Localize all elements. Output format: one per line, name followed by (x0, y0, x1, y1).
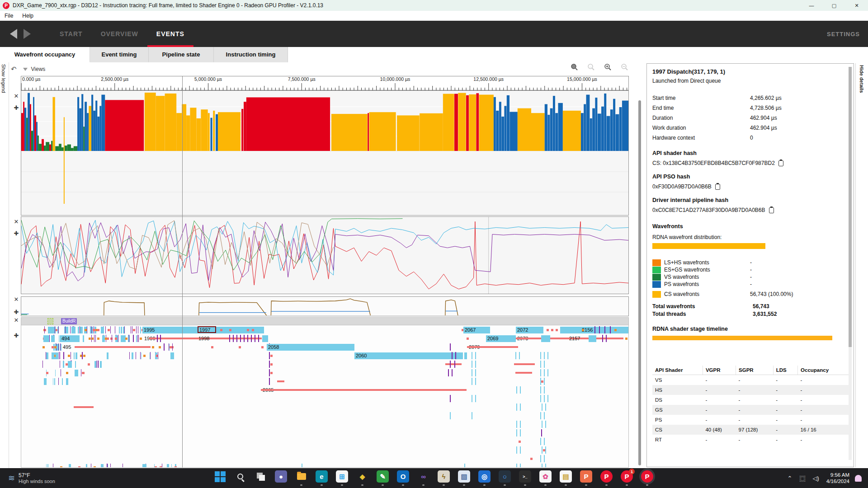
zoom-to-selection-icon[interactable] (571, 63, 578, 71)
col-occupancy[interactable]: Occupancy (798, 366, 849, 375)
chevron-down-icon[interactable] (23, 68, 28, 71)
store-icon[interactable]: ⊞ (336, 470, 348, 483)
event-bar[interactable] (589, 335, 596, 342)
close-view-icon[interactable]: ✕ (13, 316, 20, 324)
col-sgpr[interactable]: SGPR (736, 366, 774, 375)
network-icon[interactable]: ⿴ (799, 474, 805, 483)
event-buildr[interactable]: BuildR (61, 318, 77, 324)
copy-icon[interactable] (715, 184, 720, 190)
menu-help[interactable]: Help (18, 13, 38, 19)
wavefront-occupancy-chart[interactable] (21, 90, 629, 216)
event-bar-2069[interactable]: 2069 (486, 335, 516, 342)
forward-arrow-icon[interactable] (24, 29, 31, 39)
nav-item-settings[interactable]: SETTINGS (827, 31, 860, 38)
timeline-scrollbar[interactable] (638, 100, 641, 465)
volume-icon[interactable]: ◁) (813, 475, 819, 482)
col-api-shader[interactable]: API Shader (652, 366, 703, 375)
event-bar[interactable] (262, 335, 268, 342)
details-scrollbar[interactable] (849, 67, 852, 460)
event-label-495[interactable]: 495 (63, 344, 71, 351)
tab-event-timing[interactable]: Event timing (90, 47, 149, 62)
close-view-icon[interactable]: ✕ (13, 296, 20, 303)
copy-icon[interactable] (769, 207, 774, 213)
event-duration-line[interactable] (277, 380, 284, 382)
event-duration-line[interactable] (514, 363, 535, 365)
event-bar[interactable] (541, 335, 550, 342)
zoom-reset-icon[interactable]: ↔ (587, 63, 595, 71)
event-bar[interactable] (464, 352, 467, 359)
clock[interactable]: 9:56 AM 4/16/2024 (826, 472, 849, 484)
acceleration-structure-marker[interactable] (47, 318, 53, 324)
onenote-icon[interactable]: ✎ (377, 470, 389, 483)
counter-chart[interactable] (21, 296, 629, 316)
move-view-icon[interactable]: ✚ (13, 308, 20, 315)
minimize-button[interactable]: — (800, 0, 823, 11)
close-button[interactable]: ✕ (845, 0, 868, 11)
close-view-icon[interactable]: ✕ (13, 92, 20, 99)
menu-file[interactable]: File (0, 13, 18, 19)
undo-icon[interactable]: ↶ (11, 65, 17, 73)
move-view-icon[interactable]: ✚ (13, 332, 20, 339)
task-view-icon[interactable] (255, 470, 267, 483)
maximize-button[interactable]: ▢ (823, 0, 845, 11)
hide-details-strip[interactable]: Hide details (855, 63, 868, 467)
tray-expand-icon[interactable]: ⌃ (788, 475, 793, 482)
terminal-icon[interactable]: >_ (519, 470, 531, 483)
weather-widget[interactable]: ≋ 57°F High winds soon (8, 472, 55, 484)
event-duration-line[interactable] (515, 372, 532, 374)
selected-event-1997[interactable]: 1997 (198, 326, 216, 333)
chat-icon[interactable]: ● (275, 470, 287, 483)
event-bar-2060[interactable]: 2060 (354, 352, 463, 359)
tab-instruction-timing[interactable]: Instruction timing (214, 47, 288, 62)
event-bar-2067[interactable]: 2067 (463, 327, 490, 333)
outlook-icon[interactable]: O (397, 470, 409, 483)
views-dropdown[interactable]: Views (31, 66, 46, 72)
event-bar-494[interactable]: 494 (60, 335, 80, 342)
time-ruler[interactable]: 0.000 µs2,500.000 µs5,000.000 µs7,500.00… (21, 76, 629, 90)
event-label-2157[interactable]: 2157 (569, 335, 580, 342)
browser-icon[interactable]: ○ (499, 470, 511, 483)
rgp-icon-2[interactable]: P1 (621, 470, 633, 483)
event-duration-line[interactable] (445, 363, 462, 365)
col-lds[interactable]: LDS (773, 366, 797, 375)
file-explorer-icon[interactable] (295, 470, 307, 483)
snipping-tool-icon[interactable]: ◆ (356, 470, 368, 483)
back-arrow-icon[interactable] (10, 29, 17, 39)
event-label-1998[interactable]: 1998 (198, 335, 209, 342)
show-legend-label[interactable]: Show legend (1, 64, 6, 93)
visual-studio-icon[interactable]: ∞ (417, 470, 429, 483)
event-duration-line[interactable] (467, 346, 518, 348)
hide-details-label[interactable]: Hide details (859, 65, 864, 93)
move-view-icon[interactable]: ✚ (13, 104, 20, 111)
tab-pipeline-state[interactable]: Pipeline state (149, 47, 214, 62)
nav-item-overview[interactable]: OVERVIEW (92, 21, 147, 47)
photo-viewer-icon[interactable]: ▨ (458, 470, 470, 483)
zoom-out-icon[interactable] (621, 63, 628, 71)
zoom-in-icon[interactable] (604, 63, 612, 71)
rgp-icon-1[interactable]: P (600, 470, 613, 483)
event-duration-line[interactable] (261, 389, 467, 391)
powerpoint-icon[interactable]: P (580, 470, 592, 483)
edge-icon[interactable]: e (316, 470, 328, 483)
notification-bell-icon[interactable] (855, 475, 862, 482)
col-vgpr[interactable]: VGPR (703, 366, 736, 375)
event-duration-line[interactable] (74, 406, 94, 408)
copy-icon[interactable] (778, 160, 783, 166)
remote-desktop-icon[interactable]: ϟ (438, 470, 450, 483)
tab-wavefront-occupancy[interactable]: Wavefront occupancy (0, 47, 90, 62)
nav-item-events[interactable]: EVENTS (147, 21, 193, 47)
magnifier-app-icon[interactable]: ◎ (478, 470, 491, 483)
palette-icon[interactable]: ✿ (539, 470, 552, 483)
notes-icon[interactable]: ▤ (560, 470, 572, 483)
event-timeline[interactable]: BuildR1995199720672072215649419961998206… (21, 317, 629, 468)
close-view-icon[interactable]: ✕ (13, 218, 20, 225)
search-icon[interactable] (234, 470, 246, 483)
event-duration-line[interactable] (75, 346, 151, 348)
nav-item-start[interactable]: START (51, 21, 92, 47)
move-view-icon[interactable]: ✚ (13, 230, 20, 237)
event-bar-2072[interactable]: 2072 (516, 327, 543, 333)
rgp-icon-active[interactable]: P (641, 470, 653, 483)
occupancy-line-chart[interactable] (21, 216, 629, 294)
event-bar-2058[interactable]: 2058 (267, 344, 354, 351)
start-icon[interactable] (214, 470, 226, 483)
